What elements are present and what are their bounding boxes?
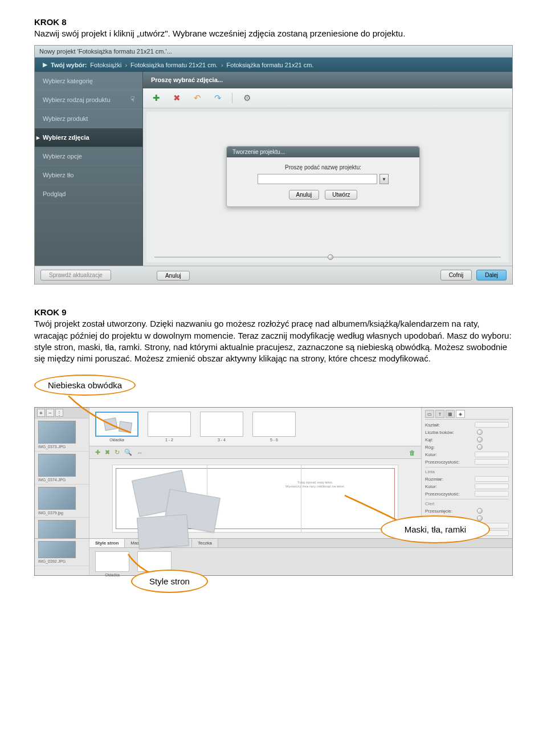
prop-knob[interactable]: [477, 444, 483, 450]
back-button[interactable]: Cofnij: [440, 270, 472, 281]
callout-styles: Style stron: [131, 570, 208, 593]
thumb-label: IMG_0392.JPG: [38, 559, 85, 563]
prop-label: Liczba boków:: [425, 430, 454, 435]
callout-tail: [57, 396, 137, 441]
prop-control[interactable]: [475, 452, 509, 457]
prop-label: Kąt:: [425, 437, 433, 442]
photo-thumbs-bottom: IMG_0392.JPG: [35, 539, 89, 575]
style-label: Okładka: [95, 573, 129, 577]
callout-masks: Maski, tła, ramki: [381, 515, 490, 543]
prop-tab-icon[interactable]: T: [435, 410, 444, 418]
page-label: 3 - 4: [200, 438, 243, 442]
cancel-button[interactable]: Anuluj: [289, 190, 320, 200]
breadcrumb-item[interactable]: Fotoksiążki: [90, 62, 121, 68]
style-thumb[interactable]: Okładka: [95, 551, 129, 577]
photo-canvas: Tworzenie projektu... Proszę podać nazwę…: [143, 108, 512, 266]
sidebar-item-category[interactable]: Wybierz kategorię: [35, 72, 142, 91]
breadcrumb-item[interactable]: Fotoksiążka formatu 21x21 cm.: [130, 62, 218, 68]
prop-section: Cień: [425, 499, 509, 506]
sidebar-item-background[interactable]: Wybierz tło: [35, 166, 142, 185]
tool-icon[interactable]: ✖: [105, 449, 110, 456]
prop-label: Kolor:: [425, 484, 437, 489]
main-header: Proszę wybrać zdjęcia...: [143, 72, 512, 88]
tool-icon[interactable]: ✚: [95, 449, 100, 456]
dialog-title: Tworzenie projektu...: [227, 147, 419, 157]
slider-thumb[interactable]: [328, 254, 333, 260]
hand-cursor-icon: ☟: [130, 95, 134, 103]
page-thumb[interactable]: 5 - 6: [252, 412, 296, 442]
tool-icon[interactable]: ↔: [137, 449, 143, 456]
remove-icon[interactable]: −: [46, 409, 54, 417]
breadcrumb: ▶ Twój wybór: Fotoksiążki › Fotoksiążka …: [35, 58, 512, 72]
create-project-dialog: Tworzenie projektu... Proszę podać nazwę…: [226, 146, 420, 207]
wizard-window: Nowy projekt 'Fotoksiążka formatu 21x21 …: [34, 45, 513, 284]
prop-control[interactable]: [475, 491, 509, 497]
tab-page-styles[interactable]: Style stron: [89, 539, 125, 547]
add-icon[interactable]: +: [37, 409, 45, 417]
prop-label: Przezroczystość:: [425, 460, 459, 465]
chevron-right-icon: ›: [221, 62, 223, 68]
dropdown-toggle[interactable]: ▼: [379, 174, 389, 184]
trash-icon[interactable]: 🗑: [409, 449, 415, 456]
sidebar-item-label: Wybierz rodzaj produktu: [43, 96, 111, 103]
window-titlebar: Nowy projekt 'Fotoksiążka formatu 21x21 …: [35, 46, 512, 58]
page-thumb[interactable]: 1 - 2: [148, 412, 191, 442]
breadcrumb-item[interactable]: Fotoksiążka formatu 21x21 cm.: [227, 62, 314, 68]
breadcrumb-label: Twój wybór:: [51, 62, 87, 68]
sidebar-item-photos[interactable]: Wybierz zdjęcia: [35, 128, 142, 147]
sidebar-item-product[interactable]: Wybierz produkt: [35, 109, 142, 128]
sidebar-item-options[interactable]: Wybierz opcje: [35, 147, 142, 166]
thumb-label: IMG_0373.JPG: [38, 445, 85, 449]
callout-blue-outline: Niebieska obwódka: [34, 375, 136, 396]
prop-control[interactable]: [475, 459, 509, 465]
prop-knob[interactable]: [477, 437, 483, 442]
prop-control[interactable]: [475, 476, 509, 482]
tab-folder[interactable]: Teczka: [192, 539, 218, 547]
prop-label: Przezroczystość:: [425, 491, 459, 497]
prop-label: Kolor:: [425, 452, 437, 457]
prop-knob[interactable]: [477, 429, 483, 435]
project-name-input[interactable]: [258, 174, 377, 184]
rotate-left-icon[interactable]: ↶: [191, 92, 203, 104]
prop-knob[interactable]: [477, 508, 483, 514]
prop-control[interactable]: [475, 422, 509, 428]
chevron-right-icon: ›: [125, 62, 127, 68]
check-updates-button[interactable]: Sprawdź aktualizacje: [40, 270, 111, 281]
step8-desc: Nazwij swój projekt i kliknij „utwórz". …: [34, 28, 513, 39]
add-photo-icon[interactable]: ✚: [150, 92, 162, 104]
rotate-right-icon[interactable]: ↷: [211, 92, 224, 104]
prop-tab-icon[interactable]: ◈: [456, 410, 465, 418]
prop-control[interactable]: [475, 483, 509, 489]
prop-section: Linia: [425, 467, 509, 474]
footer-cancel-button[interactable]: Anuluj: [157, 271, 190, 281]
pages-strip: Okładka 1 - 2 3 - 4 5 - 6: [89, 408, 421, 446]
prop-label: Rozmiar:: [425, 477, 443, 482]
create-button[interactable]: Utwórz: [325, 190, 357, 200]
step9-title: KROK 9: [34, 307, 513, 317]
edit-toolbar: ✚ ✖ ↻ 🔍 ↔ 🗑: [89, 446, 421, 459]
photo-thumb[interactable]: IMG_0392.JPG: [35, 539, 89, 566]
sidebar-item-preview[interactable]: Podgląd: [35, 185, 142, 204]
step8-title: KROK 8: [34, 17, 513, 27]
photo-thumb[interactable]: IMG_0380.JPG: [35, 518, 89, 538]
page-label: 5 - 6: [252, 438, 296, 442]
prop-label: Róg:: [425, 445, 435, 450]
breadcrumb-arrow-icon: ▶: [43, 61, 47, 68]
wizard-sidebar: Wybierz kategorię Wybierz rodzaj produkt…: [35, 72, 143, 266]
gear-icon[interactable]: ⚙: [240, 92, 253, 104]
photo-thumb[interactable]: IMG_0379.jpg: [35, 485, 89, 518]
next-button[interactable]: Dalej: [476, 270, 507, 281]
photo-thumb[interactable]: IMG_0374.JPG: [35, 452, 89, 485]
sidebar-item-product-type[interactable]: Wybierz rodzaj produktu ☟: [35, 91, 142, 109]
page-thumb[interactable]: 3 - 4: [200, 412, 243, 442]
prop-tab-icon[interactable]: ▭: [425, 410, 434, 418]
tool-icon[interactable]: 🔍: [124, 449, 132, 456]
prop-tab-icon[interactable]: ▦: [446, 410, 455, 418]
prop-label: Przesunięcie:: [425, 509, 452, 514]
remove-photo-icon[interactable]: ✖: [170, 92, 183, 104]
tool-icon[interactable]: ↻: [115, 449, 120, 456]
thumb-label: IMG_0379.jpg: [38, 511, 85, 515]
slider-track[interactable]: [154, 257, 501, 258]
dialog-label: Proszę podać nazwę projektu:: [237, 164, 409, 170]
photo-toolbar: ✚ ✖ ↶ ↷ ⚙: [143, 88, 512, 108]
